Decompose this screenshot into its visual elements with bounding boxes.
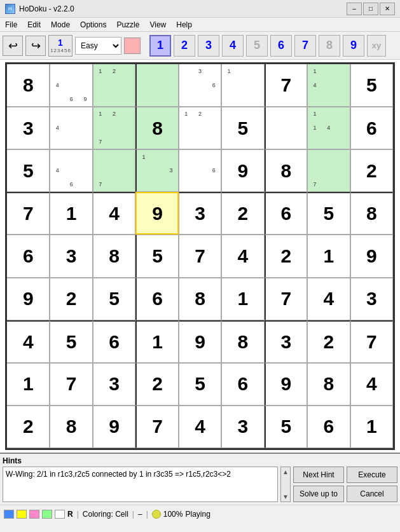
scrollbar-down-icon[interactable]: ▼ <box>282 493 289 500</box>
hint-scrollbar[interactable]: ▲ ▼ <box>280 467 291 502</box>
cell-5-3[interactable]: 6 <box>135 278 178 320</box>
cell-7-1[interactable]: 7 <box>50 363 92 406</box>
cell-5-7[interactable]: 4 <box>307 278 350 320</box>
undo-button[interactable]: ↩ <box>3 36 23 56</box>
cell-3-7[interactable]: 5 <box>307 192 350 235</box>
digit-2-button[interactable]: 2 <box>174 35 195 57</box>
cell-3-8[interactable]: 8 <box>350 192 393 235</box>
cell-7-0[interactable]: 1 <box>7 363 50 406</box>
cell-4-8[interactable]: 9 <box>350 235 393 277</box>
cell-6-2[interactable]: 6 <box>93 320 135 363</box>
cell-7-4[interactable]: 5 <box>179 363 221 406</box>
cell-5-5[interactable]: 1 <box>221 278 264 320</box>
cell-7-3[interactable]: 2 <box>135 363 178 406</box>
digit-8-button[interactable]: 8 <box>319 35 340 57</box>
cell-4-3[interactable]: 5 <box>135 235 178 277</box>
cell-3-1[interactable]: 1 <box>50 192 92 235</box>
cell-8-5[interactable]: 3 <box>221 406 264 448</box>
status-color-pink[interactable] <box>29 510 39 519</box>
solve-up-to-button[interactable]: Solve up to <box>293 486 344 502</box>
cell-5-8[interactable]: 3 <box>350 278 393 320</box>
cell-6-1[interactable]: 5 <box>50 320 92 363</box>
cell-3-5[interactable]: 2 <box>221 192 264 235</box>
minimize-button[interactable]: – <box>347 3 362 15</box>
cell-2-8[interactable]: 2 <box>350 149 393 192</box>
digit-7-button[interactable]: 7 <box>294 35 316 57</box>
cell-6-6[interactable]: 3 <box>265 320 307 363</box>
cell-6-3[interactable]: 1 <box>135 320 178 363</box>
cell-2-3[interactable]: 1 3 <box>135 149 178 192</box>
cell-2-2[interactable]: 7 <box>93 149 135 192</box>
cell-8-2[interactable]: 9 <box>93 406 135 448</box>
cell-0-0[interactable]: 8 <box>7 64 50 107</box>
digit-9-button[interactable]: 9 <box>343 35 364 57</box>
cell-2-7[interactable]: 7 <box>307 149 350 192</box>
menu-item-options[interactable]: Options <box>75 19 111 31</box>
cell-1-1[interactable]: 4 <box>50 107 92 149</box>
menu-item-help[interactable]: Help <box>171 19 197 31</box>
cell-2-1[interactable]: 4 6 <box>50 149 92 192</box>
cell-0-4[interactable]: 3 6 <box>179 64 221 107</box>
cell-3-0[interactable]: 7 <box>7 192 50 235</box>
status-color-white[interactable] <box>55 510 65 519</box>
cell-1-5[interactable]: 5 <box>221 107 264 149</box>
digit-1-button[interactable]: 1 <box>149 35 171 57</box>
cell-1-4[interactable]: 1 2 <box>179 107 221 149</box>
cell-8-4[interactable]: 4 <box>179 406 221 448</box>
cell-4-4[interactable]: 7 <box>179 235 221 277</box>
cell-6-5[interactable]: 8 <box>221 320 264 363</box>
digit-4-button[interactable]: 4 <box>222 35 244 57</box>
cell-4-1[interactable]: 3 <box>50 235 92 277</box>
cell-5-6[interactable]: 7 <box>265 278 307 320</box>
cell-6-4[interactable]: 9 <box>179 320 221 363</box>
cell-0-7[interactable]: 1 4 <box>307 64 350 107</box>
cell-1-7[interactable]: 1 1 4 <box>307 107 350 149</box>
cell-0-3[interactable] <box>135 64 178 107</box>
cell-1-8[interactable]: 6 <box>350 107 393 149</box>
digit-5-button[interactable]: 5 <box>246 35 268 57</box>
cell-5-0[interactable]: 9 <box>7 278 50 320</box>
status-color-blue[interactable] <box>4 510 14 519</box>
cell-0-6[interactable]: 7 <box>265 64 307 107</box>
cell-7-7[interactable]: 8 <box>307 363 350 406</box>
cancel-button[interactable]: Cancel <box>347 486 397 502</box>
cell-0-5[interactable]: 1 <box>221 64 264 107</box>
status-color-green[interactable] <box>42 510 52 519</box>
cell-5-1[interactable]: 2 <box>50 278 92 320</box>
digit-mode-button[interactable]: 1 123 456 <box>48 35 72 57</box>
cell-8-0[interactable]: 2 <box>7 406 50 448</box>
cell-4-7[interactable]: 1 <box>307 235 350 277</box>
cell-6-8[interactable]: 7 <box>350 320 393 363</box>
menu-item-puzzle[interactable]: Puzzle <box>111 19 144 31</box>
cell-8-1[interactable]: 8 <box>50 406 92 448</box>
cell-1-3[interactable]: 8 <box>135 107 178 149</box>
close-button[interactable]: ✕ <box>380 3 395 15</box>
cell-7-6[interactable]: 9 <box>265 363 307 406</box>
cell-0-2[interactable]: 1 2 <box>93 64 135 107</box>
cell-2-0[interactable]: 5 <box>7 149 50 192</box>
cell-5-4[interactable]: 8 <box>179 278 221 320</box>
cell-3-6[interactable]: 6 <box>265 192 307 235</box>
cell-2-5[interactable]: 9 <box>221 149 264 192</box>
difficulty-select[interactable]: Easy Medium Hard Expert <box>75 37 121 55</box>
status-color-yellow[interactable] <box>17 510 27 519</box>
next-hint-button[interactable]: Next Hint <box>293 467 344 483</box>
redo-button[interactable]: ↪ <box>25 36 46 56</box>
cell-8-7[interactable]: 6 <box>307 406 350 448</box>
menu-item-mode[interactable]: Mode <box>46 19 75 31</box>
cell-8-8[interactable]: 1 <box>350 406 393 448</box>
color-indicator[interactable] <box>124 38 141 54</box>
maximize-button[interactable]: □ <box>363 3 378 15</box>
cell-2-4[interactable]: 6 <box>179 149 221 192</box>
cell-1-6[interactable] <box>265 107 307 149</box>
cell-5-2[interactable]: 5 <box>93 278 135 320</box>
cell-0-1[interactable]: 4 6 9 <box>50 64 92 107</box>
digit-3-button[interactable]: 3 <box>198 35 219 57</box>
menu-item-edit[interactable]: Edit <box>22 19 46 31</box>
cell-7-8[interactable]: 4 <box>350 363 393 406</box>
cell-2-6[interactable]: 8 <box>265 149 307 192</box>
cell-3-4[interactable]: 3 <box>179 192 221 235</box>
cell-4-2[interactable]: 8 <box>93 235 135 277</box>
cell-7-5[interactable]: 6 <box>221 363 264 406</box>
cell-3-2[interactable]: 4 <box>93 192 135 235</box>
